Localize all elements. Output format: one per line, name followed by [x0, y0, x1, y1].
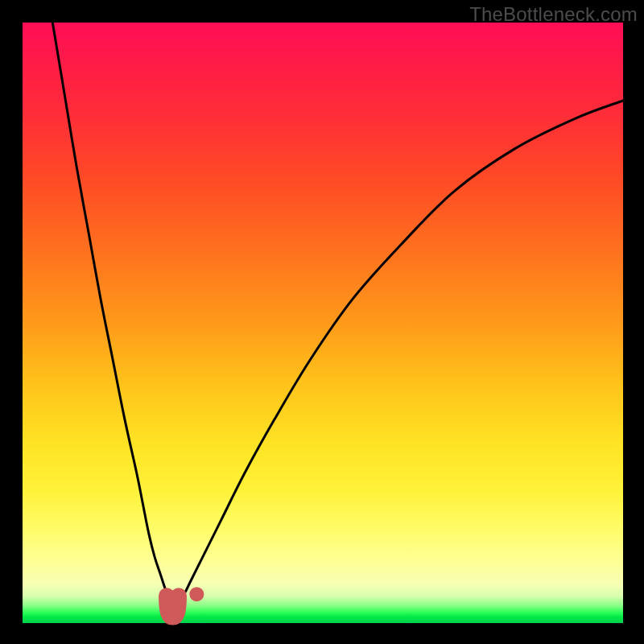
outer-frame: TheBottleneck.com — [0, 0, 644, 644]
plot-area — [23, 23, 623, 623]
min-markers — [167, 587, 204, 617]
min-u-marker — [167, 596, 179, 617]
curve-right-branch — [179, 101, 623, 602]
bottleneck-curve — [52, 23, 623, 602]
near-min-dot — [189, 587, 204, 601]
watermark-text: TheBottleneck.com — [469, 3, 638, 26]
curve-layer — [23, 23, 623, 623]
curve-left-branch — [52, 23, 172, 602]
